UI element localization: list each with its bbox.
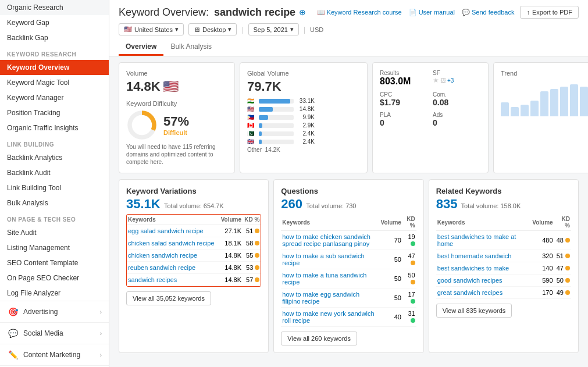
results-grid: Results 803.0M SF ★ 🖼 +3 CPC $1.79 Co [380, 70, 481, 127]
volume-cell: 140 [531, 262, 554, 275]
bar-wrap [259, 99, 294, 104]
device-filter[interactable]: 🖥 Desktop ▾ [188, 23, 237, 35]
keyword-cell[interactable]: great sandwich recipes [436, 287, 532, 299]
table-row: sandwich recipes 14.8K 57 [127, 274, 261, 286]
keyword-cell[interactable]: best sandwiches to make [436, 262, 532, 275]
bar-fill [259, 99, 290, 104]
country-flag: 🇨🇦 [247, 122, 256, 129]
sidebar-item-keyword-manager[interactable]: Keyword Manager [0, 90, 109, 105]
volume-cell: 50 [380, 250, 402, 269]
chevron-down-icon: ▾ [175, 26, 179, 33]
col-keywords-header: Keywords [127, 215, 219, 225]
bar-fill [259, 123, 262, 128]
kd-cell: 50 [554, 275, 571, 287]
kw-research-course-link[interactable]: 📖 Keyword Research course [317, 9, 402, 16]
keyword-cell[interactable]: good sandwich recipes [436, 275, 532, 287]
sidebar-item-link-building-tool[interactable]: Link Building Tool [0, 180, 109, 195]
keyword-cell[interactable]: how to make new york sandwich roll recip… [281, 308, 379, 327]
keyword-cell[interactable]: how to make chicken sandwich spread reci… [281, 231, 379, 250]
kd-cell: 17 [402, 288, 416, 308]
keyword-cell[interactable]: reuben sandwich recipe [127, 262, 219, 274]
kd-cell: 53 [243, 262, 261, 274]
table-row: best sandwiches to make at home 480 48 [436, 231, 571, 250]
related-keywords-table: Keywords Volume KD % best sandwiches to … [436, 214, 571, 299]
ads-section: Ads 0 [433, 112, 481, 127]
keyword-cell[interactable]: how to make a tuna sandwich recipe [281, 269, 379, 288]
keyword-cell[interactable]: how to make egg sandwich filipino recipe [281, 288, 379, 308]
trend-bar [521, 105, 529, 116]
sidebar-item-organic-traffic-insights[interactable]: Organic Traffic Insights [0, 120, 109, 136]
send-feedback-link[interactable]: 💬 Send feedback [462, 9, 514, 16]
country-volume: 9.9K [296, 114, 315, 120]
sidebar-section-link-building: LINK BUILDING [0, 136, 109, 150]
com-section: Com. 0.08 [433, 91, 481, 107]
sidebar-item-backlink-analytics[interactable]: Backlink Analytics [0, 150, 109, 165]
keyword-cell[interactable]: chicken salad sandwich recipe [127, 237, 219, 250]
keyword-cell[interactable]: egg salad sandwich recipe [127, 225, 219, 237]
table-row: how to make a tuna sandwich recipe 50 50 [281, 269, 416, 288]
country-flag: 🇺🇸 [247, 106, 256, 112]
keyword-variations-card: Keyword Variations 35.1K Total volume: 6… [119, 179, 269, 353]
chevron-right-icon: › [100, 330, 102, 337]
add-keyword-icon[interactable]: ⊕ [299, 8, 306, 17]
kv-count: 35.1K [126, 197, 161, 211]
sidebar-item-listing-management[interactable]: Listing Management [0, 240, 109, 255]
date-filter[interactable]: Sep 5, 2021 ▾ [248, 23, 299, 35]
view-all-variations-button[interactable]: View all 35,052 keywords [126, 291, 211, 305]
export-pdf-button[interactable]: ↑ Export to PDF [520, 6, 579, 19]
user-manual-link[interactable]: 📄 User manual [409, 9, 455, 16]
sidebar-accordion-social-media[interactable]: 💬 Social Media › [0, 322, 109, 344]
view-all-questions-button[interactable]: View all 260 keywords [281, 332, 357, 345]
table-row: how to make egg sandwich filipino recipe… [281, 288, 416, 308]
keyword-cell[interactable]: best sandwiches to make at home [436, 231, 532, 250]
keyword-cell[interactable]: how to make a sub sandwich recipe [281, 250, 379, 269]
sidebar-item-keyword-gap[interactable]: Keyword Gap [0, 15, 109, 30]
sidebar-item-seo-content-template[interactable]: SEO Content Template [0, 255, 109, 270]
chevron-right-icon: › [100, 309, 102, 315]
kd-cell: 19 [402, 231, 416, 250]
volume-cell: 14.8K [219, 274, 243, 286]
volume-cell: 590 [531, 275, 554, 287]
global-volume-row: 🇨🇦 2.9K [247, 122, 360, 129]
kd-cell: 48 [554, 231, 571, 250]
sidebar-item-backlink-gap[interactable]: Backlink Gap [0, 30, 109, 45]
volume-cell: 40 [380, 308, 402, 327]
keyword-cell[interactable]: chicken sandwich recipe [127, 250, 219, 262]
country-filter[interactable]: 🇺🇸 United States ▾ [119, 23, 184, 35]
volume-cell: 50 [380, 288, 402, 308]
sidebar-item-keyword-magic-tool[interactable]: Keyword Magic Tool [0, 75, 109, 90]
sidebar-accordion-advertising[interactable]: 🎯 Advertising › [0, 301, 109, 322]
tab-bulk-analysis[interactable]: Bulk Analysis [163, 39, 219, 56]
kd-cell: 55 [243, 250, 261, 262]
page-title: Keyword Overview: sandwich recipe [119, 6, 295, 19]
kw-variations-table: Keywords Volume KD % egg salad sandwich … [127, 215, 261, 286]
sidebar-item-backlink-audit[interactable]: Backlink Audit [0, 165, 109, 180]
view-all-related-button[interactable]: View all 835 keywords [436, 304, 512, 318]
sidebar-item-bulk-analysis[interactable]: Bulk Analysis [0, 195, 109, 211]
sidebar-item-site-audit[interactable]: Site Audit [0, 225, 109, 240]
sidebar-item-position-tracking[interactable]: Position Tracking [0, 105, 109, 120]
table-row: how to make new york sandwich roll recip… [281, 308, 416, 327]
sidebar-accordion-content-marketing[interactable]: ✏️ Content Marketing › [0, 344, 109, 365]
keyword-cell[interactable]: best homemade sandwich [436, 250, 532, 262]
volume-cell: 14.8K [219, 262, 243, 274]
com-value: 0.08 [433, 98, 481, 107]
us-flag: 🇺🇸 [163, 79, 179, 94]
sidebar-item-log-file-analyzer[interactable]: Log File Analyzer [0, 286, 109, 301]
filter-separator: | [241, 26, 243, 34]
kd-cell: 51 [554, 250, 571, 262]
sidebar-item-on-page-seo-checker[interactable]: On Page SEO Checker [0, 270, 109, 286]
tab-overview[interactable]: Overview [119, 39, 163, 56]
related-keywords-card: Related Keywords 835 Total volume: 158.0… [429, 179, 579, 353]
volume-cell: 480 [531, 231, 554, 250]
kd-description: You will need to have 115 referring doma… [126, 143, 227, 166]
sidebar-item-keyword-overview[interactable]: Keyword Overview [0, 60, 109, 75]
country-flag: 🇬🇧 [247, 138, 256, 145]
global-volume-row: 🇵🇭 9.9K [247, 114, 360, 120]
sidebar-item-organic-research[interactable]: Organic Research [0, 0, 109, 15]
ads-value: 0 [433, 118, 481, 127]
country-volume: 33.1K [296, 98, 315, 104]
kd-donut-chart [126, 109, 158, 141]
kd-label: Keyword Difficulty [126, 100, 227, 107]
keyword-cell[interactable]: sandwich recipes [127, 274, 219, 286]
